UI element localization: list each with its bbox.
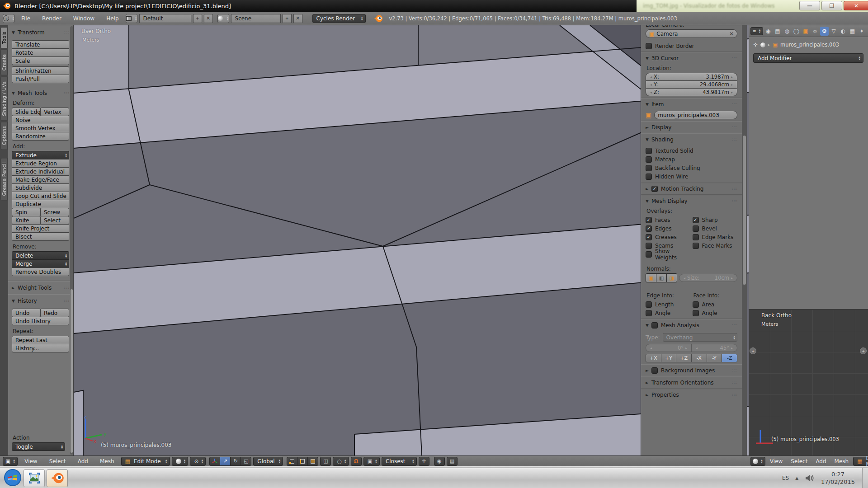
- duplicate-button[interactable]: Duplicate: [12, 200, 69, 208]
- menu-select[interactable]: Select: [787, 458, 811, 465]
- transform-orientation-dropdown[interactable]: Global▲▼: [253, 457, 283, 466]
- world-tab-icon[interactable]: ◯: [792, 27, 801, 36]
- material-tab-icon[interactable]: ◐: [839, 27, 848, 36]
- menu-help[interactable]: Help: [101, 15, 123, 22]
- menu-window[interactable]: Window: [68, 15, 99, 22]
- slide-vertex-button[interactable]: Vertex: [40, 108, 69, 116]
- taskbar-photo-viewer-button[interactable]: [24, 469, 45, 487]
- tab-grease-pencil[interactable]: Grease Pencil: [0, 158, 8, 200]
- face-normals-toggle[interactable]: ◨: [666, 273, 677, 282]
- editor-type-selector-info[interactable]: i▲▼: [3, 14, 14, 23]
- mode-dropdown[interactable]: ▦Edit Mode▲▼: [121, 457, 170, 466]
- panel-header-mesh-display[interactable]: ▼Mesh Display∷∷: [646, 197, 737, 205]
- knife-select-button[interactable]: Select: [40, 216, 69, 225]
- scene-tab-icon[interactable]: ◍: [783, 27, 792, 36]
- translate-manipulator-icon[interactable]: ↗: [220, 457, 231, 466]
- start-button[interactable]: [4, 469, 22, 488]
- bisect-button[interactable]: Bisect: [12, 232, 69, 241]
- menu-file[interactable]: File: [16, 15, 35, 22]
- noise-button[interactable]: Noise: [12, 116, 69, 124]
- checkbox-icon[interactable]: [651, 367, 658, 374]
- snap-magnet-icon[interactable]: Ω: [351, 457, 362, 466]
- panel-header-history[interactable]: ▼History∷∷: [12, 296, 69, 305]
- object-data-tab-icon[interactable]: ▽: [829, 27, 838, 36]
- limit-selection-visible-icon[interactable]: ◫: [320, 457, 331, 466]
- merge-dropdown[interactable]: Merge▲▼: [12, 259, 69, 268]
- tab-tools[interactable]: Tools: [0, 27, 8, 48]
- hidden-wire-checkbox[interactable]: Hidden Wire: [646, 172, 737, 181]
- menu-select[interactable]: Select: [44, 458, 71, 465]
- snap-element-dropdown[interactable]: ▣▲▼: [363, 457, 380, 466]
- menu-view[interactable]: View: [766, 458, 786, 465]
- face-select-mode-icon[interactable]: [307, 457, 318, 466]
- opengl-render-animation-icon[interactable]: ▤: [447, 457, 458, 466]
- viewport-shading-dropdown[interactable]: ▲▼: [172, 457, 189, 466]
- rotate-manipulator-icon[interactable]: ↻: [230, 457, 241, 466]
- editor-type-selector-3d-view[interactable]: ▲▼: [750, 457, 765, 466]
- remove-doubles-button[interactable]: Remove Doubles: [12, 267, 69, 276]
- undo-history-button[interactable]: Undo History: [12, 317, 69, 325]
- show-weights-checkbox[interactable]: Show Weights: [646, 250, 691, 258]
- edge-length-checkbox[interactable]: Length: [646, 300, 691, 309]
- translate-button[interactable]: Translate: [12, 40, 69, 49]
- scale-manipulator-icon[interactable]: ◱: [241, 457, 251, 466]
- loose-edge-normals-toggle[interactable]: ◧: [656, 273, 667, 282]
- knife-project-button[interactable]: Knife Project: [12, 224, 69, 233]
- faces-checkbox[interactable]: Faces: [646, 216, 691, 224]
- item-name-field[interactable]: muros_principales.003: [654, 111, 737, 119]
- panel-header-shading[interactable]: ▼Shading∷∷: [646, 135, 737, 144]
- checkbox-icon[interactable]: [651, 322, 658, 328]
- region-expand-right-icon[interactable]: ＋: [860, 347, 867, 354]
- add-modifier-dropdown[interactable]: Add Modifier▲▼: [753, 53, 863, 63]
- speaker-icon[interactable]: [805, 474, 815, 482]
- push-pull-button[interactable]: Push/Pull: [12, 75, 69, 83]
- close-button[interactable]: ✕: [844, 1, 868, 10]
- scene-delete-button[interactable]: ✕: [293, 14, 302, 23]
- menu-render[interactable]: Render: [37, 15, 66, 22]
- mode-dropdown[interactable]: ▦Edit Mode: [853, 457, 868, 466]
- checkbox-icon[interactable]: [651, 186, 658, 192]
- face-angle-checkbox[interactable]: Angle: [693, 309, 738, 317]
- proportional-edit-dropdown[interactable]: ○▲▼: [333, 457, 349, 466]
- smooth-vertex-button[interactable]: Smooth Vertex: [12, 124, 69, 132]
- editor-type-selector-3d-view[interactable]: ▣▲▼: [3, 457, 18, 466]
- screw-button[interactable]: Screw: [40, 208, 69, 216]
- panel-header-transform-orientations[interactable]: ►Transform Orientations∷∷: [646, 378, 737, 387]
- history-button[interactable]: History...: [12, 344, 69, 352]
- bevel-checkbox[interactable]: Bevel: [693, 224, 738, 233]
- manipulator-axes-icon[interactable]: [209, 457, 220, 466]
- normals-size-field[interactable]: Size:10cm: [679, 274, 737, 282]
- region-expand-left-icon[interactable]: ＋: [750, 347, 756, 354]
- scale-button[interactable]: Scale: [12, 56, 69, 65]
- axis-plus-x-button[interactable]: +X: [646, 354, 661, 362]
- clear-icon[interactable]: ✕: [729, 31, 734, 37]
- analysis-type-dropdown[interactable]: Overhang▲▼: [663, 333, 737, 342]
- repeat-last-button[interactable]: Repeat Last: [12, 336, 69, 344]
- shrink-fatten-button[interactable]: Shrink/Fatten: [12, 66, 69, 75]
- texture-tab-icon[interactable]: ▦: [848, 27, 857, 36]
- panel-header-mesh-analysis[interactable]: ▼Mesh Analysis∷∷: [646, 321, 737, 329]
- tab-create[interactable]: Create: [0, 50, 8, 75]
- show-desktop-button[interactable]: [862, 468, 868, 488]
- axis-minus-y-button[interactable]: -Y: [707, 354, 722, 362]
- render-engine-dropdown[interactable]: Cycles Render▲▼: [312, 14, 366, 23]
- clock[interactable]: 0:27 17/02/2015: [821, 470, 855, 486]
- delete-dropdown[interactable]: Delete▲▼: [12, 251, 69, 260]
- panel-header-motion-tracking[interactable]: ►Motion Tracking∷∷: [646, 184, 737, 193]
- vertex-select-mode-icon[interactable]: [287, 457, 297, 466]
- modifiers-tab-icon[interactable]: ⚙: [820, 27, 829, 36]
- constraints-tab-icon[interactable]: ∞: [811, 27, 820, 36]
- snap-peel-icon[interactable]: ✛: [419, 457, 429, 466]
- particles-tab-icon[interactable]: ✦: [857, 27, 866, 36]
- edge-marks-checkbox[interactable]: Edge Marks: [693, 233, 738, 241]
- restore-button[interactable]: ❐: [821, 1, 842, 10]
- analysis-max-angle-field[interactable]: 45°: [691, 344, 737, 352]
- matcap-checkbox[interactable]: Matcap: [646, 155, 737, 164]
- axis-minus-z-button[interactable]: -Z: [722, 354, 737, 362]
- n-panel-scrollbar-thumb[interactable]: [743, 136, 746, 285]
- axis-minus-x-button[interactable]: -X: [691, 354, 707, 362]
- opengl-render-image-icon[interactable]: ◉: [434, 457, 445, 466]
- tab-options[interactable]: Options: [0, 122, 8, 150]
- extrude-dropdown[interactable]: Extrude▲▼: [12, 151, 69, 160]
- analysis-min-angle-field[interactable]: 0°: [646, 344, 692, 352]
